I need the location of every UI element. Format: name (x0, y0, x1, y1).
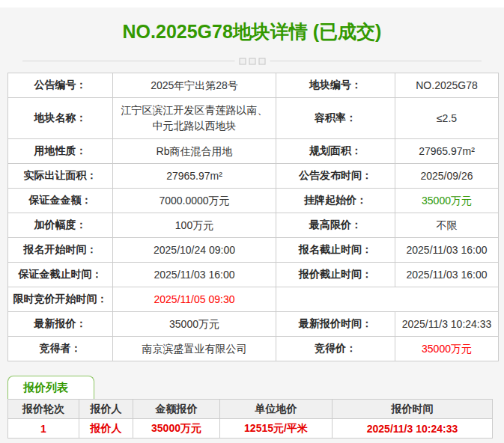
table-row: 最新报价： 35000万元 最新报价时间： 2025/11/3 10:24:33 (8, 312, 499, 337)
field-value: 100万元 (113, 213, 276, 238)
field-label: 报名截止时间： (276, 238, 395, 263)
table-row: 加价幅度： 100万元 最高限价： 不限 (8, 213, 499, 238)
field-value-winning-price: 35000万元 (395, 337, 499, 361)
field-value: 江宁区滨江开发区青莲路以南、 中元北路以西地块 (113, 98, 276, 139)
field-value: 2025/11/03 16:00 (395, 263, 499, 287)
divider-ornament (234, 58, 270, 64)
column-header: 单位地价 (220, 400, 333, 419)
field-label: 容积率： (276, 98, 395, 139)
table-row: 公告编号： 2025年宁出第28号 地块编号： NO.2025G78 (8, 73, 499, 98)
bidder-cell: 报价人 (79, 419, 133, 439)
field-value: ≤2.5 (395, 98, 499, 139)
field-label: 报价截止时间： (276, 263, 395, 287)
column-header: 报价人 (79, 400, 133, 419)
field-value: 2025/11/3 10:24:33 (395, 312, 499, 337)
field-value: 7000.0000万元 (113, 189, 276, 213)
square-icon (239, 58, 246, 64)
empty-cell (276, 287, 499, 312)
field-label: 公告编号： (8, 73, 113, 98)
field-label: 规划面积： (276, 139, 395, 164)
column-header: 报价时间 (333, 400, 493, 419)
table-row: 保证金截止时间： 2025/11/03 16:00 报价截止时间： 2025/1… (8, 263, 499, 287)
field-label: 竞得价： (276, 337, 395, 361)
field-label: 限时竞价开始时间： (8, 287, 113, 312)
unit-price-cell: 12515元/平米 (220, 419, 333, 439)
field-value: 2025/09/26 (395, 164, 499, 189)
bid-list-table: 报价轮次 报价人 金额报价 单位地价 报价时间 1 报价人 35000万元 12… (7, 399, 493, 439)
bid-table-row: 1 报价人 35000万元 12515元/平米 2025/11/3 10:24:… (8, 419, 493, 439)
field-label: 地块名称： (8, 98, 113, 139)
table-row: 实际出让面积： 27965.97m² 公告发布时间： 2025/09/26 (8, 164, 499, 189)
field-label: 挂牌起始价： (276, 189, 395, 213)
field-label: 最新报价： (8, 312, 113, 337)
field-value: 2025/11/03 16:00 (113, 263, 276, 287)
field-value: 27965.97m² (113, 164, 276, 189)
field-label: 实际出让面积： (8, 164, 113, 189)
column-header: 报价轮次 (8, 400, 79, 419)
field-label: 竞得者： (8, 337, 113, 361)
field-label: 报名开始时间： (8, 238, 113, 263)
field-value: 2025年宁出第28号 (113, 73, 276, 98)
field-value: 2025/11/03 16:00 (395, 238, 499, 263)
divider (22, 61, 482, 61)
bid-table-header-row: 报价轮次 报价人 金额报价 单位地价 报价时间 (8, 400, 493, 419)
field-value: 不限 (395, 213, 499, 238)
field-label: 保证金截止时间： (8, 263, 113, 287)
table-row: 地块名称： 江宁区滨江开发区青莲路以南、 中元北路以西地块 容积率： ≤2.5 (8, 98, 499, 139)
field-value: Rb商住混合用地 (113, 139, 276, 164)
field-value: 2025/10/24 09:00 (113, 238, 276, 263)
field-value: 27965.97m² (395, 139, 499, 164)
table-row: 报名开始时间： 2025/10/24 09:00 报名截止时间： 2025/11… (8, 238, 499, 263)
land-detail-table: 公告编号： 2025年宁出第28号 地块编号： NO.2025G78 地块名称：… (7, 73, 499, 361)
field-label: 公告发布时间： (276, 164, 395, 189)
table-row: 竞得者： 南京滨盛置业有限公司 竞得价： 35000万元 (8, 337, 499, 361)
field-value-auction-start: 2025/11/05 09:30 (113, 287, 276, 312)
table-row: 用地性质： Rb商住混合用地 规划面积： 27965.97m² (8, 139, 499, 164)
bid-time-cell: 2025/11/3 10:24:33 (333, 419, 493, 439)
field-label: 用地性质： (8, 139, 113, 164)
square-icon (249, 58, 255, 64)
field-label: 最高限价： (276, 213, 395, 238)
field-label: 地块编号： (276, 73, 395, 98)
field-value-starting-price: 35000万元 (395, 189, 499, 213)
page-header: NO.2025G78地块详情 (已成交) (0, 7, 504, 61)
bid-amount-cell: 35000万元 (133, 419, 220, 439)
square-icon (258, 58, 265, 64)
tab-bid-list[interactable]: 报价列表 (7, 376, 94, 399)
table-row: 限时竞价开始时间： 2025/11/05 09:30 (8, 287, 499, 312)
field-label: 保证金金额： (8, 189, 113, 213)
field-label: 加价幅度： (8, 213, 113, 238)
table-row: 保证金金额： 7000.0000万元 挂牌起始价： 35000万元 (8, 189, 499, 213)
field-label: 最新报价时间： (276, 312, 395, 337)
page-title: NO.2025G78地块详情 (已成交) (0, 19, 504, 44)
column-header: 金额报价 (133, 400, 220, 419)
top-strip (0, 0, 504, 7)
field-value: 35000万元 (113, 312, 276, 337)
bid-round-cell: 1 (8, 419, 79, 439)
field-value: 南京滨盛置业有限公司 (113, 337, 276, 361)
field-value: NO.2025G78 (395, 73, 499, 98)
